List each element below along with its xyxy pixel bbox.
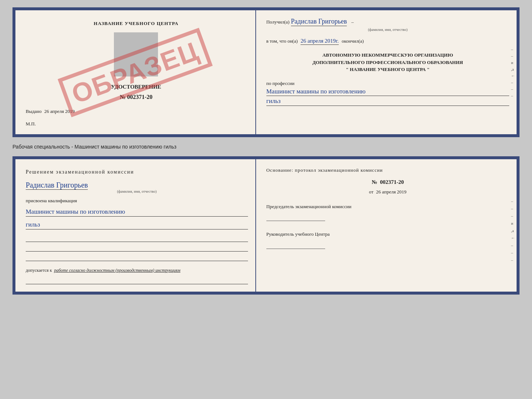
date-line: от 26 апреля 2019 bbox=[266, 189, 509, 195]
allowed-text: работе согласно должностным (производств… bbox=[54, 268, 180, 273]
org-name: НАЗВАНИЕ УЧЕБНОГО ЦЕНТРА bbox=[350, 67, 426, 72]
top-doc-right: Получил(а) Радислав Григорьев – (фамилия… bbox=[256, 10, 517, 134]
side-marks-bottom: – – – и ,а ← – – – bbox=[511, 199, 517, 262]
profession-text2: гильз bbox=[266, 97, 509, 106]
top-document: НАЗВАНИЕ УЧЕБНОГО ЦЕНТРА УДОСТОВЕРЕНИЕ №… bbox=[12, 7, 520, 137]
number-line: № 002371-20 bbox=[266, 179, 509, 185]
allowed-line: допускается к работе согласно должностны… bbox=[26, 268, 248, 273]
blank-line-1 bbox=[26, 235, 248, 242]
bottom-name: Радислав Григорьев bbox=[26, 181, 88, 190]
number-value: 002371-20 bbox=[380, 179, 404, 185]
qualification-text: Машинист машины по изготовлению bbox=[26, 207, 248, 217]
bottom-doc-right: Основание: протокол экзаменационной коми… bbox=[256, 159, 517, 292]
org-quote-close: " bbox=[427, 67, 429, 72]
blank-line-4 bbox=[26, 278, 248, 284]
blank-line-2 bbox=[26, 245, 248, 252]
issued-label: Выдано bbox=[26, 108, 42, 114]
basis-text: Основание: протокол экзаменационной коми… bbox=[266, 167, 509, 174]
in-that-prefix: в том, что он(а) bbox=[266, 38, 298, 45]
name-block-bottom: Радислав Григорьев (фамилия, имя, отчест… bbox=[26, 181, 248, 193]
top-doc-left: НАЗВАНИЕ УЧЕБНОГО ЦЕНТРА УДОСТОВЕРЕНИЕ №… bbox=[15, 10, 256, 134]
decision-text: Решением экзаменационной комиссии bbox=[26, 168, 248, 176]
qualification-text2: гильз bbox=[26, 220, 248, 229]
cert-number: № 002371-20 bbox=[26, 94, 247, 100]
blank-line-3 bbox=[26, 254, 248, 261]
head-label: Руководитель учебного Центра bbox=[266, 231, 509, 238]
org-line1: АВТОНОМНУЮ НЕКОММЕРЧЕСКУЮ ОРГАНИЗАЦИЮ bbox=[266, 51, 509, 59]
photo-placeholder bbox=[114, 32, 158, 76]
chairman-signature bbox=[266, 214, 325, 221]
bottom-document: Решением экзаменационной комиссии Радисл… bbox=[12, 156, 520, 295]
bottom-doc-left: Решением экзаменационной комиссии Радисл… bbox=[15, 159, 256, 292]
profession-block: по профессии Машинист машины по изготовл… bbox=[266, 81, 509, 106]
chairman-label: Председатель экзаменационной комиссии bbox=[266, 203, 509, 210]
issued-line: Выдано 26 апреля 2019 bbox=[26, 108, 247, 114]
issued-date: 26 апреля 2019 bbox=[44, 108, 75, 114]
org-block: АВТОНОМНУЮ НЕКОММЕРЧЕСКУЮ ОРГАНИЗАЦИЮ ДО… bbox=[266, 51, 509, 73]
org-quote-open: " bbox=[346, 67, 349, 72]
completion-date: 26 апреля 2019г. bbox=[301, 38, 339, 45]
fio-label-top: (фамилия, имя, отчество) bbox=[266, 28, 509, 32]
cert-title: УДОСТОВЕРЕНИЕ bbox=[26, 84, 247, 90]
recipient-name: Радислав Григорьев bbox=[291, 18, 347, 26]
caption-text: Рабочая специальность - Машинист машины … bbox=[12, 144, 520, 150]
org-name-line: " НАЗВАНИЕ УЧЕБНОГО ЦЕНТРА " bbox=[266, 66, 509, 73]
mp-label: М.П. bbox=[26, 121, 247, 127]
side-marks-top: – – и ,а ← – – – bbox=[511, 47, 517, 98]
completion-line: в том, что он(а) 26 апреля 2019г. окончи… bbox=[266, 38, 509, 45]
recipient-line: Получил(а) Радислав Григорьев – bbox=[266, 18, 509, 26]
org-line2: ДОПОЛНИТЕЛЬНОГО ПРОФЕССИОНАЛЬНОГО ОБРАЗО… bbox=[266, 59, 509, 66]
profession-prefix: по профессии bbox=[266, 81, 509, 86]
qualification-prefix: присвоена квалификация bbox=[26, 198, 248, 204]
school-name-top: НАЗВАНИЕ УЧЕБНОГО ЦЕНТРА bbox=[26, 21, 247, 26]
head-signature bbox=[266, 242, 325, 249]
number-prefix: № bbox=[371, 179, 377, 185]
date-value: 26 апреля 2019 bbox=[376, 189, 407, 195]
received-prefix: Получил(а) bbox=[266, 19, 290, 25]
profession-text: Машинист машины по изготовлению bbox=[266, 87, 509, 96]
finished-label: окончил(а) bbox=[342, 38, 364, 45]
date-prefix: от bbox=[369, 189, 373, 195]
fio-label-bottom: (фамилия, имя, отчество) bbox=[26, 189, 248, 193]
allowed-prefix: допускается к bbox=[26, 268, 52, 273]
